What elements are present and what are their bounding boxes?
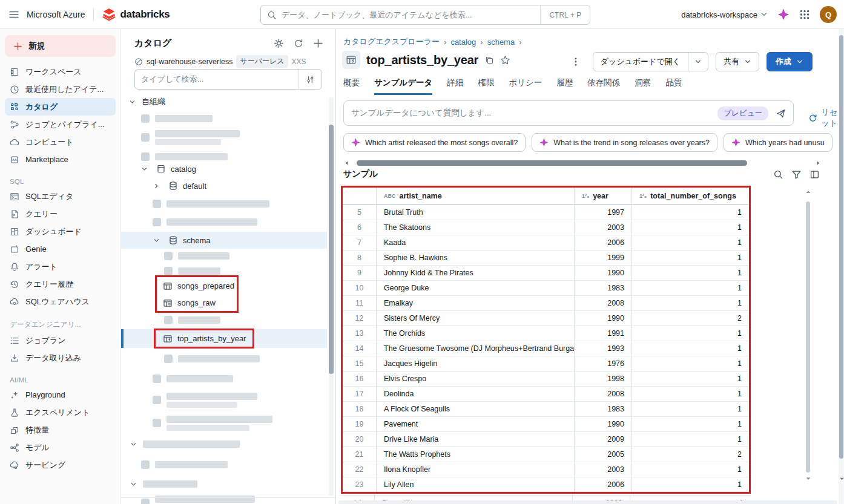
suggestion-chip[interactable]: What is the trend in song releases over … <box>532 133 717 152</box>
table-row[interactable]: 18A Flock Of Seagulls19831 <box>343 401 749 416</box>
table-row[interactable]: 6The Skatoons20031 <box>343 220 749 235</box>
breadcrumb-schema[interactable]: schema <box>487 38 515 47</box>
tree-item-blurred[interactable] <box>121 370 332 388</box>
star-icon[interactable] <box>500 55 510 65</box>
sidebar-item-marketplace[interactable]: Marketplace <box>5 151 116 168</box>
tab-サンプルデータ[interactable]: サンプルデータ <box>374 77 432 95</box>
suggestion-chip[interactable]: Which years had unusu <box>724 133 832 152</box>
open-in-dashboard-chevron[interactable] <box>688 53 708 71</box>
table-columns-icon[interactable] <box>809 169 820 180</box>
chevron-down-icon[interactable] <box>151 237 161 244</box>
page-scroll-down-icon[interactable] <box>839 476 844 482</box>
tree-item-org[interactable]: 自組織 <box>121 93 332 110</box>
table-scroll-up-icon[interactable] <box>805 188 812 195</box>
page-scrollbar[interactable] <box>839 29 844 504</box>
sidebar-item-job-runs[interactable]: ジョブラン <box>5 332 116 349</box>
share-button[interactable]: 共有 <box>716 52 759 71</box>
workspace-switcher[interactable]: databricks-workspace <box>681 10 768 19</box>
sidebar-item-serving[interactable]: サービング <box>5 456 116 474</box>
assistant-sparkle-icon[interactable] <box>777 8 790 21</box>
sidebar-item-dashboards[interactable]: ダッシュボード <box>5 223 116 240</box>
tree-item-blurred[interactable] <box>121 264 332 278</box>
chevron-down-icon[interactable] <box>128 481 138 488</box>
chevron-down-icon[interactable] <box>127 99 137 105</box>
table-row[interactable]: 16Elvis Crespo19981 <box>343 371 749 386</box>
table-search-icon[interactable] <box>773 169 783 180</box>
tab-詳細[interactable]: 詳細 <box>447 77 463 95</box>
tree-item-catalog[interactable]: catalog <box>121 160 332 177</box>
table-row[interactable]: 21The Watts Prophets20052 <box>343 447 749 462</box>
tree-item-default[interactable]: default <box>121 177 332 194</box>
table-row[interactable]: 14The Gruesome Twosome (DJ Morpheus+Bert… <box>343 341 749 356</box>
tree-scrollbar[interactable] <box>329 97 334 496</box>
chevron-down-icon[interactable] <box>139 166 149 172</box>
table-row[interactable]: 15Jacques Higelin19761 <box>343 356 749 371</box>
sidebar-item-catalog[interactable]: カタログ <box>5 98 116 116</box>
sidebar-item-models[interactable]: モデル <box>5 439 116 456</box>
tree-item-blurred[interactable] <box>121 350 332 367</box>
tree-item-schema[interactable]: schema <box>121 232 327 249</box>
table-row[interactable]: 7Kaada20061 <box>343 235 749 250</box>
table-row[interactable]: 9Johnny Kidd & The Pirates19901 <box>343 265 749 280</box>
sidebar-item-genie[interactable]: Genie <box>5 240 116 258</box>
table-row[interactable]: 8Sophie B. Hawkins19991 <box>343 250 749 265</box>
tree-item-blurred[interactable] <box>121 476 332 493</box>
global-search-input[interactable]: データ、ノートブック、最近のアイテムなどを検索... CTRL + P <box>260 5 590 25</box>
create-button[interactable]: 作成 <box>767 52 813 71</box>
breadcrumb-catalog[interactable]: catalog <box>450 38 476 47</box>
sidebar-item-compute[interactable]: コンピュート <box>5 133 116 151</box>
tab-依存関係[interactable]: 依存関係 <box>587 77 620 95</box>
tab-概要[interactable]: 概要 <box>343 77 360 95</box>
tree-item-blurred[interactable] <box>121 127 332 148</box>
table-scroll-down-icon[interactable] <box>805 475 812 482</box>
tab-権限[interactable]: 権限 <box>478 77 494 95</box>
tree-item-blurred[interactable] <box>121 195 332 212</box>
horizontal-scrollbar[interactable] <box>343 160 822 166</box>
open-in-dashboard-label[interactable]: ダッシュボードで開く <box>593 53 688 71</box>
table-row[interactable]: 24Bryan K…20031 <box>341 495 751 500</box>
column-header-total_number_of_songs[interactable]: 1²₃total_number_of_songs <box>631 188 749 204</box>
tree-scrollbar-thumb[interactable] <box>329 125 334 374</box>
apps-grid-icon[interactable] <box>799 9 810 20</box>
copy-icon[interactable] <box>484 55 494 65</box>
sidebar-item-data-ingestion[interactable]: データ取り込み <box>5 349 116 367</box>
sidebar-item-sql-editor[interactable]: SQLエディタ <box>5 188 116 205</box>
sidebar-item-query-history[interactable]: クエリー履歴 <box>5 275 116 293</box>
chevron-right-icon[interactable] <box>151 183 161 189</box>
sidebar-item-playground[interactable]: Playground <box>5 386 116 404</box>
tree-item-top_artists_by_year[interactable]: top_artists_by_year <box>121 329 327 348</box>
table-row[interactable]: 12Sisters Of Mercy19902 <box>343 310 749 326</box>
tab-履歴[interactable]: 履歴 <box>556 77 573 95</box>
table-row[interactable]: 11Emalkay20081 <box>343 295 749 310</box>
tree-item-blurred[interactable] <box>121 413 332 433</box>
column-header-index[interactable] <box>343 188 376 204</box>
sidebar-item-workspace[interactable]: ワークスペース <box>5 63 116 80</box>
table-row[interactable]: 17Deolinda20081 <box>343 386 749 401</box>
sidebar-item-features[interactable]: 特徴量 <box>5 421 116 439</box>
horizontal-scrollbar-thumb[interactable] <box>357 160 747 166</box>
send-icon[interactable] <box>776 108 786 119</box>
sidebar-item-queries[interactable]: クエリー <box>5 205 116 223</box>
sidebar-item-recents[interactable]: 最近使用したアイテ... <box>5 80 116 98</box>
tree-item-blurred[interactable] <box>121 455 332 474</box>
sidebar-item-experiments[interactable]: エクスペリメント <box>5 404 116 421</box>
table-scrollbar[interactable] <box>803 188 812 504</box>
table-row[interactable]: 23Lily Allen20061 <box>343 477 749 492</box>
suggestion-chip[interactable]: Which artist released the most songs ove… <box>343 133 526 152</box>
column-header-artist_name[interactable]: ABCartist_name <box>376 188 574 204</box>
table-row[interactable]: 10George Duke19831 <box>343 280 749 295</box>
tab-洞察[interactable]: 洞察 <box>635 77 651 95</box>
tree-item-blurred[interactable] <box>121 436 332 453</box>
sidebar-item-sql-warehouses[interactable]: SQLウェアハウス <box>5 293 116 310</box>
chevron-down-icon[interactable] <box>128 441 138 448</box>
table-filter-icon[interactable] <box>791 169 802 180</box>
tree-item-songs_raw[interactable]: songs_raw <box>121 295 332 311</box>
hamburger-menu-icon[interactable] <box>8 9 19 20</box>
sidebar-item-alerts[interactable]: アラート <box>5 258 116 275</box>
tree-item-blurred[interactable] <box>121 249 332 263</box>
new-button[interactable]: 新規 <box>5 35 116 57</box>
open-in-dashboard-button[interactable]: ダッシュボードで開く <box>593 52 708 71</box>
tree-item-blurred[interactable] <box>121 214 332 231</box>
tree-item-songs_prepared[interactable]: songs_prepared <box>121 278 332 294</box>
scroll-right-icon[interactable] <box>815 160 822 166</box>
